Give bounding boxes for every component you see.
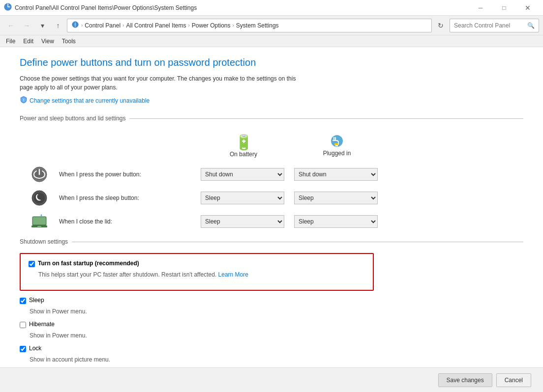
sleep-button-row: When I press the sleep button: Sleep Shu… <box>20 189 523 207</box>
hibernate-checkbox[interactable] <box>20 322 26 328</box>
shutdown-section: Shutdown settings Turn on fast startup (… <box>20 238 523 363</box>
nav-bar: ← → ▾ ↑ › Control Panel › All Control Pa… <box>0 16 543 35</box>
forward-icon: → <box>23 22 30 29</box>
back-button[interactable]: ← <box>4 19 18 32</box>
breadcrumb-all-items[interactable]: All Control Panel Items <box>126 22 186 29</box>
hibernate-checkbox-row: Hibernate <box>20 321 523 328</box>
menu-edit[interactable]: Edit <box>19 35 37 47</box>
lid-plugged-dropdown-wrapper: Sleep Shut down Hibernate Turn off the d… <box>290 215 384 228</box>
lock-checkbox[interactable] <box>20 346 26 352</box>
minimize-button[interactable]: ─ <box>469 0 492 16</box>
dropdown-icon: ▾ <box>41 22 44 29</box>
shield-icon: ! <box>20 96 28 105</box>
sleep-button-icon <box>20 189 59 207</box>
close-button[interactable]: ✕ <box>516 0 539 16</box>
up-button[interactable]: ↑ <box>51 19 65 32</box>
menu-file[interactable]: File <box>2 35 19 47</box>
sleep-plugged-dropdown-wrapper: Sleep Shut down Hibernate Turn off the d… <box>290 192 384 204</box>
back-icon: ← <box>7 22 14 29</box>
page-title: Define power buttons and turn on passwor… <box>20 57 523 68</box>
svg-rect-10 <box>33 217 46 224</box>
menu-view[interactable]: View <box>37 35 58 47</box>
dropdown-button[interactable]: ▾ <box>35 19 49 32</box>
hibernate-desc: Show in Power menu. <box>30 332 523 339</box>
globe-icon <box>71 21 79 30</box>
menu-tools[interactable]: Tools <box>58 35 80 47</box>
lock-checkbox-row: Lock <box>20 345 523 352</box>
title-bar-text: Control Panel\All Control Panel Items\Po… <box>15 4 469 11</box>
change-settings-link[interactable]: ! Change settings that are currently una… <box>20 96 523 105</box>
lid-icon <box>20 213 59 230</box>
hibernate-checkbox-label[interactable]: Hibernate <box>29 321 55 328</box>
sleep-battery-dropdown[interactable]: Sleep Shut down Hibernate Turn off the d… <box>201 192 284 204</box>
lid-close-row: When I close the lid: Sleep Shut down Hi… <box>20 213 523 230</box>
app-icon <box>4 3 12 12</box>
power-battery-dropdown-wrapper: Shut down Sleep Hibernate Turn off the d… <box>197 168 290 181</box>
breadcrumb: › Control Panel › All Control Panel Item… <box>67 19 432 32</box>
svg-point-8 <box>34 193 45 203</box>
maximize-button[interactable]: □ <box>493 0 515 16</box>
title-bar: Control Panel\All Control Panel Items\Po… <box>0 0 543 16</box>
lid-plugged-dropdown[interactable]: Sleep Shut down Hibernate Turn off the d… <box>294 215 378 228</box>
plug-icon <box>330 134 344 150</box>
learn-more-link[interactable]: Learn More <box>218 271 248 278</box>
sleep-plugged-dropdown[interactable]: Sleep Shut down Hibernate Turn off the d… <box>294 192 378 204</box>
lid-battery-dropdown-wrapper: Sleep Shut down Hibernate Turn off the d… <box>197 215 290 228</box>
sleep-checkbox[interactable] <box>20 298 26 304</box>
power-plugged-dropdown-wrapper: Shut down Sleep Hibernate Turn off the d… <box>290 168 384 181</box>
fast-startup-row: Turn on fast startup (recommended) <box>29 260 365 267</box>
up-icon: ↑ <box>57 22 60 29</box>
sleep-checkbox-row: Sleep <box>20 297 523 304</box>
breadcrumb-sep-0: › <box>81 23 83 28</box>
search-box: 🔍 <box>450 19 539 32</box>
fast-startup-label[interactable]: Turn on fast startup (recommended) <box>38 260 139 267</box>
section-divider: Power and sleep buttons and lid settings <box>20 115 523 122</box>
refresh-button[interactable]: ↻ <box>434 19 448 32</box>
search-icon: 🔍 <box>527 22 535 29</box>
sleep-desc: Show in Power menu. <box>30 308 523 315</box>
column-header-plugged: Plugged in <box>290 130 384 162</box>
breadcrumb-power-options[interactable]: Power Options <box>192 22 231 29</box>
footer: Save changes Cancel <box>0 367 543 392</box>
forward-button[interactable]: → <box>20 19 33 32</box>
power-button-label: When I press the power button: <box>59 171 197 178</box>
shutdown-divider-line <box>72 242 523 242</box>
content-area: Define power buttons and turn on passwor… <box>0 47 543 392</box>
column-header-battery: 🔋 On battery <box>197 130 290 162</box>
breadcrumb-sep-3: › <box>233 23 234 28</box>
breadcrumb-system-settings: System Settings <box>236 22 279 29</box>
power-plugged-dropdown[interactable]: Shut down Sleep Hibernate Turn off the d… <box>294 168 378 181</box>
breadcrumb-control-panel[interactable]: Control Panel <box>85 22 121 29</box>
title-bar-controls: ─ □ ✕ <box>469 0 539 16</box>
breadcrumb-sep-1: › <box>122 23 124 28</box>
divider-line <box>129 118 523 119</box>
description-line1: Choose the power settings that you want … <box>20 74 393 92</box>
power-button-icon <box>20 166 59 183</box>
fast-startup-checkbox[interactable] <box>29 261 35 267</box>
battery-icon: 🔋 <box>235 134 253 151</box>
sleep-checkbox-label[interactable]: Sleep <box>29 297 44 304</box>
save-button[interactable]: Save changes <box>438 373 492 387</box>
menu-bar: File Edit View Tools <box>0 35 543 47</box>
svg-text:!: ! <box>23 98 25 102</box>
lid-battery-dropdown[interactable]: Sleep Shut down Hibernate Turn off the d… <box>201 215 284 228</box>
fast-startup-box: Turn on fast startup (recommended) This … <box>20 253 374 291</box>
svg-rect-4 <box>334 143 338 145</box>
shutdown-section-divider: Shutdown settings <box>20 238 523 245</box>
sleep-battery-dropdown-wrapper: Sleep Shut down Hibernate Turn off the d… <box>197 192 290 204</box>
power-button-row: When I press the power button: Shut down… <box>20 166 523 183</box>
section-label: Power and sleep buttons and lid settings <box>20 115 125 122</box>
lock-checkbox-label[interactable]: Lock <box>29 345 41 352</box>
search-input[interactable] <box>454 22 527 29</box>
shutdown-section-label: Shutdown settings <box>20 238 68 245</box>
refresh-icon: ↻ <box>438 22 444 29</box>
lid-label: When I close the lid: <box>59 218 197 225</box>
cancel-button[interactable]: Cancel <box>496 373 531 387</box>
sleep-button-label: When I press the sleep button: <box>59 195 197 201</box>
breadcrumb-sep-2: › <box>188 23 189 28</box>
fast-startup-desc: This helps start your PC faster after sh… <box>38 271 365 278</box>
power-battery-dropdown[interactable]: Shut down Sleep Hibernate Turn off the d… <box>201 168 284 181</box>
lock-desc: Show in account picture menu. <box>30 356 523 363</box>
